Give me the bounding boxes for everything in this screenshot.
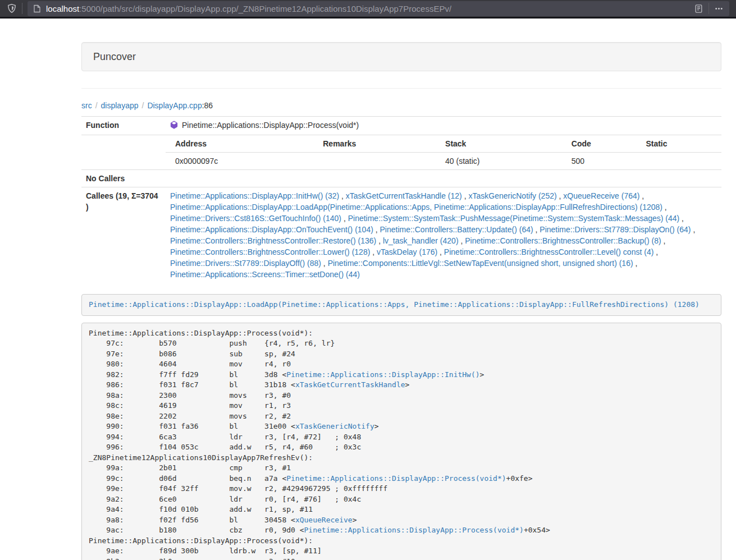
metrics-table: Address Remarks Stack Code Static 0x0000… <box>166 135 721 169</box>
callees-list: Pinetime::Applications::DisplayApp::Init… <box>166 187 721 283</box>
breadcrumb: src/displayapp/DisplayApp.cpp:86 <box>81 100 721 111</box>
no-callers-label: No Callers <box>81 170 166 187</box>
callers-empty-cell <box>166 170 721 187</box>
column-static: Static <box>641 135 721 153</box>
callee-link[interactable]: Pinetime::Applications::DisplayApp::Init… <box>170 191 339 200</box>
assembly-symbol-link[interactable]: xTaskGenericNotify <box>295 422 374 430</box>
breadcrumb-separator: / <box>95 101 98 110</box>
callee-link[interactable]: xQueueReceive (764) <box>563 191 639 200</box>
metrics-header-row: Address Remarks Stack Code Static <box>166 135 721 153</box>
callee-link[interactable]: Pinetime::Controllers::BrightnessControl… <box>465 236 661 245</box>
cell-stack: 40 (static) <box>441 153 567 170</box>
shield-icon[interactable] <box>7 3 17 13</box>
url-host: localhost <box>46 4 79 13</box>
breadcrumb-separator: / <box>142 101 144 110</box>
page-title: Puncover <box>93 51 710 62</box>
callee-link[interactable]: xTaskGenericNotify (252) <box>468 191 556 200</box>
column-stack: Stack <box>441 135 567 153</box>
callee-link[interactable]: Pinetime::Applications::Screens::Timer::… <box>170 270 360 279</box>
assembly-symbol-link[interactable]: xTaskGetCurrentTaskHandle <box>295 380 405 389</box>
function-info-table: Function Pinetime::Applications::Display… <box>81 116 721 283</box>
function-name: Pinetime::Applications::DisplayApp::Proc… <box>182 121 359 130</box>
breadcrumb-displayapp[interactable]: displayapp <box>101 101 139 110</box>
metrics-value-row: 0x0000097c 40 (static) 500 <box>166 153 721 170</box>
column-address: Address <box>166 135 318 153</box>
breadcrumb-file[interactable]: DisplayApp.cpp <box>147 101 202 110</box>
callee-link[interactable]: Pinetime::Controllers::BrightnessControl… <box>170 236 376 245</box>
callee-link[interactable]: xTaskGetCurrentTaskHandle (12) <box>346 191 462 200</box>
loadapp-snippet-box: Pinetime::Applications::DisplayApp::Load… <box>81 294 721 316</box>
url-path: :5000/path/src/displayapp/DisplayApp.cpp… <box>79 4 451 13</box>
callees-row: Callees (19, Σ=3704 ) Pinetime::Applicat… <box>81 187 721 283</box>
column-remarks: Remarks <box>318 135 441 153</box>
app-header-panel: Puncover <box>81 42 721 71</box>
page-content: Puncover src/displayapp/DisplayApp.cpp:8… <box>81 42 721 560</box>
package-icon <box>170 121 178 132</box>
callee-link[interactable]: Pinetime::Controllers::BrightnessControl… <box>170 247 370 256</box>
callers-row: No Callers <box>81 170 721 187</box>
cell-address: 0x0000097c <box>166 153 318 170</box>
browser-toolbar: localhost:5000/path/src/displayapp/Displ… <box>0 0 736 19</box>
breadcrumb-src[interactable]: src <box>81 101 92 110</box>
function-row: Function Pinetime::Applications::Display… <box>81 117 721 135</box>
callee-link[interactable]: Pinetime::Applications::DisplayApp::Load… <box>170 203 662 212</box>
callee-link[interactable]: Pinetime::Components::LittleVgl::SetNewT… <box>328 259 633 268</box>
callee-link[interactable]: Pinetime::System::SystemTask::PushMessag… <box>348 214 680 223</box>
callee-link[interactable]: Pinetime::Applications::DisplayApp::OnTo… <box>170 225 373 234</box>
callee-link[interactable]: Pinetime::Controllers::Battery::Update()… <box>380 225 533 234</box>
divider <box>81 88 721 89</box>
callee-link[interactable]: vTaskDelay (176) <box>377 247 437 256</box>
cell-remarks <box>318 153 441 170</box>
callee-link[interactable]: Pinetime::Controllers::BrightnessControl… <box>444 247 653 256</box>
loadapp-snippet-link[interactable]: Pinetime::Applications::DisplayApp::Load… <box>89 300 700 309</box>
url-bar[interactable]: localhost:5000/path/src/displayapp/Displ… <box>28 1 729 16</box>
metrics-row: Address Remarks Stack Code Static 0x0000… <box>81 135 721 170</box>
function-name-cell: Pinetime::Applications::DisplayApp::Proc… <box>166 117 721 135</box>
function-label: Function <box>81 117 166 135</box>
callee-link[interactable]: Pinetime::Drivers::Cst816S::GetTouchInfo… <box>170 214 341 223</box>
assembly-symbol-link[interactable]: Pinetime::Applications::DisplayApp::Init… <box>286 370 479 379</box>
assembly-symbol-link[interactable]: xQueueReceive <box>295 516 353 524</box>
page-actions-menu-icon[interactable] <box>714 4 724 13</box>
page-icon <box>33 4 41 13</box>
assembly-listing: Pinetime::Applications::DisplayApp::Proc… <box>81 323 721 560</box>
assembly-symbol-link[interactable]: Pinetime::Applications::DisplayApp::Proc… <box>286 474 506 483</box>
callees-label: Callees (19, Σ=3704 ) <box>81 187 166 283</box>
cell-code: 500 <box>567 153 642 170</box>
column-code: Code <box>567 135 642 153</box>
reader-mode-icon[interactable] <box>694 4 703 13</box>
urlbar-divider <box>708 3 709 14</box>
cell-static <box>641 153 721 170</box>
empty-label-cell <box>81 135 166 170</box>
callee-link[interactable]: Pinetime::Drivers::St7789::DisplayOff() … <box>170 259 321 268</box>
toolbar-divider <box>22 3 22 14</box>
assembly-symbol-link[interactable]: Pinetime::Applications::DisplayApp::Proc… <box>304 526 524 534</box>
callee-link[interactable]: lv_task_handler (420) <box>383 236 459 245</box>
metrics-table-cell: Address Remarks Stack Code Static 0x0000… <box>166 135 721 170</box>
url-text: localhost:5000/path/src/displayapp/Displ… <box>46 4 451 13</box>
callee-link[interactable]: Pinetime::Drivers::St7789::DisplayOn() (… <box>540 225 691 234</box>
breadcrumb-line-number: :86 <box>202 101 213 110</box>
